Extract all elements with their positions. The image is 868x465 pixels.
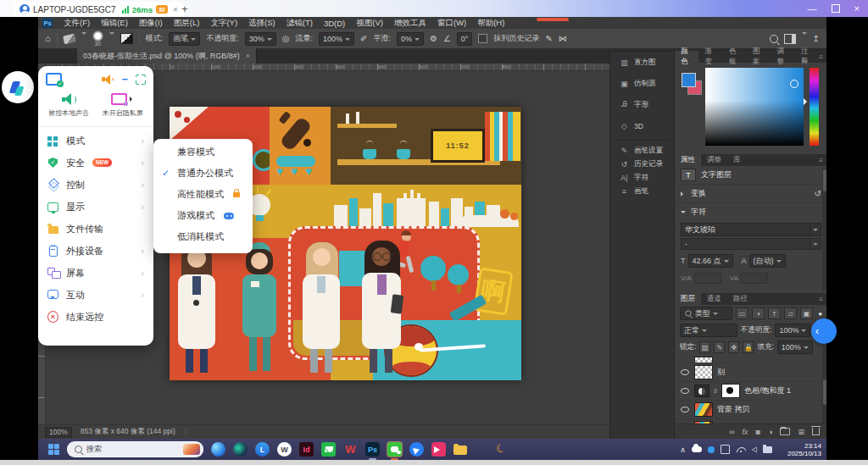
submenu-low-power-mode[interactable]: 低消耗模式 (153, 226, 253, 247)
dock-item-histogram[interactable]: ▥直方图 (610, 52, 675, 73)
tab-layers[interactable]: 图层 (675, 293, 701, 305)
angle-field[interactable]: 0° (457, 32, 473, 46)
tab-channels[interactable]: 通道 (701, 293, 727, 305)
tab-color[interactable]: 颜色 (675, 51, 698, 63)
font-style-select[interactable]: - (681, 238, 821, 250)
submenu-office-mode[interactable]: ✓ 普通办公模式 (153, 163, 253, 184)
visibility-eye-icon[interactable] (680, 368, 690, 378)
hue-slider[interactable] (810, 68, 819, 146)
new-layer-icon[interactable]: ⊞ (798, 428, 804, 436)
kerning-field[interactable]: VA (730, 273, 768, 284)
taskbar-search[interactable]: 搜索 (67, 441, 203, 457)
visibility-eye-icon[interactable] (680, 405, 690, 415)
new-adjustment-icon[interactable]: ◑ (768, 428, 772, 436)
tracking-field[interactable]: V/A (681, 273, 721, 284)
scrollbar[interactable] (822, 346, 826, 423)
menu-help[interactable]: 帮助(H) (477, 18, 504, 29)
filter-smart-objects-icon[interactable]: ▣ (800, 307, 813, 319)
tab-libraries[interactable]: 库 (727, 154, 747, 166)
brush-picker-dropdown[interactable] (109, 35, 114, 43)
dock-item-character[interactable]: A|字符 (610, 171, 675, 185)
todesk-side-handle[interactable]: ‹ (811, 318, 837, 344)
dock-item-clone-source[interactable]: ▣仿制源 (610, 73, 675, 94)
symmetry-icon[interactable]: ⋈ (559, 35, 567, 43)
local-sound-button[interactable]: 被控本地声音 (44, 91, 94, 120)
share-icon[interactable]: ↥ (813, 35, 820, 43)
tab-patterns[interactable]: 图案 (747, 51, 771, 63)
menu-item-display[interactable]: 显示› (38, 196, 153, 218)
layer-row[interactable]: 8 色相/饱和度 1 (675, 382, 826, 401)
font-size-field[interactable]: T 42.66 点 (681, 254, 733, 268)
tab-properties[interactable]: 属性 (675, 154, 701, 166)
adjustment-layer-icon[interactable] (694, 385, 709, 397)
tray-input-method-icon[interactable] (721, 445, 730, 454)
tab-paths[interactable]: 路径 (727, 293, 754, 305)
tray-cloud-icon[interactable] (692, 446, 702, 452)
layer-filter-select[interactable]: 类型 (680, 307, 732, 320)
submenu-game-mode[interactable]: 游戏模式 (153, 205, 253, 226)
home-icon[interactable]: ⌂ (45, 34, 51, 43)
smooth-field[interactable]: 0% (397, 32, 424, 46)
menu-type[interactable]: 文字(Y) (210, 18, 237, 29)
layer-name[interactable]: 背景 拷贝 (717, 404, 750, 415)
link-layers-icon[interactable]: ∞ (729, 428, 734, 436)
lock-pixels-icon[interactable]: ✎ (714, 341, 725, 353)
window-close-icon[interactable]: × (854, 3, 860, 14)
menu-layer[interactable]: 图层(L) (174, 18, 200, 29)
zoom-level-field[interactable]: 100% (45, 427, 72, 438)
status-more-icon[interactable]: 〉 (184, 427, 192, 437)
smoothing-gear-icon[interactable]: ⚙ (430, 35, 437, 43)
submenu-compatible-mode[interactable]: 兼容模式 (153, 141, 253, 163)
dock-item-brush-settings[interactable]: ✎画笔设置 (610, 144, 675, 158)
menu-item-control[interactable]: 控制› (38, 174, 153, 196)
tab-adjust[interactable]: 调整 (701, 154, 727, 166)
layer-style-fx-icon[interactable]: fx (743, 428, 748, 436)
new-tab-button[interactable]: + (176, 0, 193, 17)
menu-3d[interactable]: 3D(D) (324, 19, 345, 28)
panel-menu-icon[interactable]: ≡ (819, 51, 826, 63)
tool-preset-dropdown[interactable] (81, 35, 86, 43)
reset-icon[interactable]: ↺ (815, 190, 821, 198)
lock-position-icon[interactable]: ✥ (728, 341, 739, 353)
opacity-field[interactable]: 30% (245, 32, 276, 46)
dock-item-brushes[interactable]: ≡画笔 (610, 185, 675, 198)
erase-history-checkbox[interactable] (478, 34, 487, 43)
menu-edit[interactable]: 编辑(E) (101, 18, 128, 29)
filter-adjustment-layers-icon[interactable]: ◑ (752, 307, 765, 319)
pattern-chip-icon[interactable] (120, 33, 133, 44)
todesk-floating-ball[interactable] (2, 71, 34, 103)
tray-expand-icon[interactable]: ∧ (680, 446, 686, 454)
menu-item-security[interactable]: ✓ 安全 NEW › (38, 152, 153, 174)
layer-row[interactable]: 背景 拷贝 (675, 401, 826, 419)
document-tab[interactable]: 03春晓越-假期生活.psd @ 100% (啊, RGB/8#) × (77, 48, 257, 64)
window-minimize-icon[interactable]: — (808, 3, 817, 14)
brush-pressure-icon[interactable]: ✎ (545, 35, 552, 43)
workspace-dropdown[interactable] (802, 35, 807, 43)
taskbar-indesign-icon[interactable]: Id (299, 442, 314, 457)
taskbar-folder-icon[interactable] (453, 446, 467, 455)
taskbar-wps-icon[interactable]: W (343, 442, 358, 457)
start-button[interactable] (48, 444, 59, 455)
tab-swatches[interactable]: 色板 (723, 51, 747, 63)
menu-item-devices[interactable]: 外接设备› (38, 240, 153, 262)
visibility-eye-icon[interactable] (680, 386, 690, 396)
eraser-tool-icon[interactable] (63, 33, 76, 44)
taskbar-todesk-icon[interactable] (409, 442, 424, 457)
layer-name[interactable]: 色相/饱和度 1 (744, 385, 791, 396)
leading-field[interactable]: A (自动) (742, 254, 786, 268)
filter-pixel-layers-icon[interactable]: ▭ (736, 307, 748, 319)
saturation-picker[interactable] (705, 68, 804, 146)
mode-select[interactable]: 画笔 (169, 32, 200, 46)
submenu-performance-mode[interactable]: 高性能模式 (153, 184, 253, 205)
dock-item-glyphs[interactable]: Ꭿ字形 (610, 94, 675, 115)
fill-field[interactable]: 100% (777, 340, 813, 354)
taskbar-clock[interactable]: 23:14 2025/10/13 (787, 442, 821, 457)
character-section[interactable]: 字符 (675, 202, 826, 221)
taskbar-wechat-icon[interactable] (387, 442, 402, 457)
menu-plugins[interactable]: 增效工具 (394, 18, 426, 29)
brush-preview[interactable]: 30 (92, 30, 103, 47)
layer-row-partial[interactable] (675, 356, 826, 363)
layer-row[interactable]: 别 (675, 363, 826, 382)
tab-gradient[interactable]: 渐变 (698, 51, 722, 63)
panel-minimize-icon[interactable]: − (121, 75, 128, 84)
